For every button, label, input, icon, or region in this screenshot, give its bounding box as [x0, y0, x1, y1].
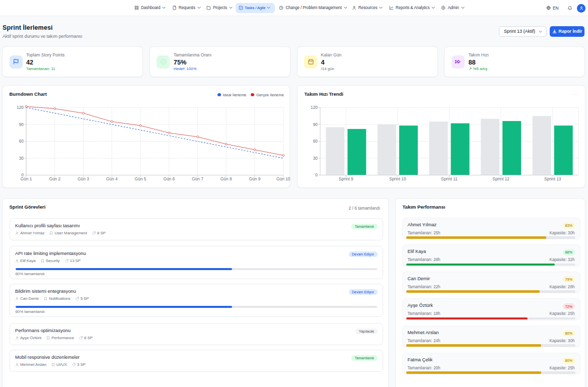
svg-text:Sprint 10: Sprint 10 [389, 176, 406, 181]
svg-text:120: 120 [17, 105, 24, 110]
svg-text:30: 30 [313, 156, 318, 161]
svg-text:Sprint 11: Sprint 11 [441, 176, 458, 181]
svg-text:Gün 3: Gün 3 [78, 176, 89, 181]
svg-text:Sprint 9: Sprint 9 [339, 176, 353, 181]
svg-text:Gün 2: Gün 2 [49, 176, 60, 181]
svg-text:Gün 8: Gün 8 [220, 176, 232, 181]
svg-text:Sprint 13: Sprint 13 [544, 176, 561, 181]
svg-text:0: 0 [315, 172, 318, 177]
svg-text:Gün 9: Gün 9 [249, 176, 261, 181]
svg-text:Gün 1: Gün 1 [21, 176, 32, 181]
svg-text:60: 60 [19, 139, 24, 144]
svg-text:90: 90 [313, 122, 318, 127]
svg-text:Gün 6: Gün 6 [163, 176, 175, 181]
svg-text:Gün 5: Gün 5 [135, 176, 146, 181]
svg-text:Gün 7: Gün 7 [192, 176, 203, 181]
svg-text:60: 60 [313, 139, 318, 144]
svg-text:Gün 4: Gün 4 [106, 176, 118, 181]
svg-text:90: 90 [19, 122, 24, 127]
svg-text:Sprint 12: Sprint 12 [492, 176, 509, 181]
svg-text:Gün 10: Gün 10 [276, 176, 290, 181]
svg-text:120: 120 [311, 105, 318, 110]
svg-text:30: 30 [19, 156, 24, 161]
